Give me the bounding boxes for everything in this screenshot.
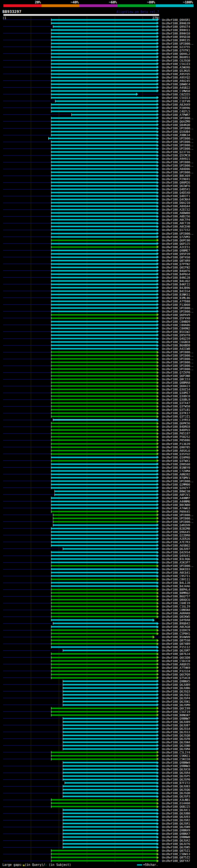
hit-bar[interactable] — [63, 680, 157, 682]
hit-label[interactable]: UniRef100_Q6JSP8 — [162, 737, 190, 741]
hit-bar[interactable] — [63, 724, 157, 726]
alignment-row[interactable]: UniRef100_A0CT20 — [0, 221, 197, 225]
hit-bar[interactable] — [52, 385, 157, 387]
hit-label[interactable]: UniRef100_B4DPU3 — [162, 428, 190, 432]
alignment-row[interactable]: UniRef100_B6KID3 — [0, 567, 197, 571]
hit-bar[interactable] — [52, 758, 157, 760]
hit-label[interactable]: UniRef100_UPI000.. — [162, 164, 194, 167]
hit-bar[interactable] — [52, 365, 157, 366]
hit-bar[interactable] — [52, 206, 157, 207]
alignment-row[interactable]: UniRef100_C9S7I1 — [0, 574, 197, 578]
hit-bar[interactable] — [52, 216, 157, 217]
hit-bar[interactable] — [52, 198, 157, 200]
hit-bar[interactable] — [52, 802, 157, 804]
hit-bar[interactable] — [52, 660, 157, 662]
hit-bar[interactable] — [63, 718, 157, 719]
hit-label[interactable]: UniRef100_A2ECS2 — [162, 208, 190, 211]
hit-bar[interactable] — [52, 582, 157, 584]
hit-label[interactable]: UniRef100_A7TD88 — [162, 300, 190, 303]
hit-bar[interactable] — [52, 317, 157, 319]
hit-bar[interactable] — [52, 233, 157, 234]
alignment-row[interactable]: UniRef100_UPI000.. — [0, 116, 197, 120]
hit-label[interactable]: UniRef100_A7THK9 — [162, 666, 190, 670]
hit-label[interactable]: UniRef100_A9V921 — [162, 157, 190, 160]
hit-bar[interactable] — [52, 670, 157, 672]
hit-bar[interactable] — [63, 819, 157, 821]
hit-bar[interactable] — [52, 602, 157, 604]
hit-label[interactable]: UniRef100_Q9BNX9 — [162, 829, 190, 832]
hit-bar[interactable] — [52, 460, 157, 462]
hit-bar[interactable] — [53, 521, 157, 523]
hit-label[interactable]: UniRef100_B4N128 — [162, 276, 190, 279]
hit-label[interactable]: UniRef100_UPI000.. — [162, 137, 194, 140]
alignment-row[interactable]: UniRef100_A8N392 — [0, 473, 197, 476]
hit-label[interactable]: UniRef100_A2CE51 — [162, 245, 190, 249]
hit-label[interactable]: UniRef100_Q6IWF6 — [162, 184, 190, 188]
alignment-row[interactable]: UniRef100_C5GT19 — [0, 710, 197, 713]
alignment-row[interactable]: UniRef100_Q5CMC8 — [0, 154, 197, 157]
hit-label[interactable]: UniRef100_Q2HZY7 — [162, 486, 190, 490]
hit-label[interactable]: UniRef100_B9H639 — [162, 22, 190, 25]
alignment-row[interactable]: UniRef100_Q6JSN5 — [0, 845, 197, 849]
alignment-row[interactable]: UniRef100_Q6AZM9 — [0, 120, 197, 123]
hit-label[interactable]: UniRef100_Q3TX47 — [162, 401, 190, 405]
hit-label[interactable]: UniRef100_Q6PK56 — [162, 422, 190, 425]
hit-label[interactable]: UniRef100_B9RI35 — [162, 38, 190, 42]
alignment-row[interactable]: UniRef100_B8C469 — [0, 174, 197, 177]
hit-label[interactable]: UniRef100_A9SYQ2 — [162, 76, 190, 79]
hit-bar[interactable] — [52, 436, 157, 438]
hit-bar[interactable] — [52, 267, 157, 268]
hit-bar[interactable] — [52, 94, 136, 95]
hit-bar[interactable] — [52, 528, 157, 529]
alignment-row[interactable]: UniRef100_B3NKS1 — [0, 293, 197, 296]
hit-label[interactable]: UniRef100_UPI000.. — [162, 367, 194, 371]
hit-bar[interactable] — [63, 762, 157, 763]
alignment-row[interactable]: UniRef100_UPI000.. — [0, 520, 197, 523]
hit-bar[interactable] — [52, 507, 157, 509]
alignment-row[interactable]: UniRef100_UPI000.. — [0, 350, 197, 354]
hit-label[interactable]: UniRef100_B8C469 — [162, 174, 190, 177]
hit-label[interactable]: UniRef100_Q6PAV9 — [162, 313, 190, 316]
alignment-row[interactable]: UniRef100_UPI000.. — [0, 513, 197, 517]
alignment-row[interactable]: UniRef100_D0A2I0 — [0, 201, 197, 205]
hit-bar[interactable] — [52, 378, 157, 380]
alignment-row[interactable]: UniRef100_Q8BMA8 — [0, 381, 197, 384]
hit-label[interactable]: UniRef100_Q6JU83 — [162, 784, 190, 788]
hit-bar[interactable] — [52, 416, 157, 417]
hit-bar[interactable] — [63, 691, 157, 692]
alignment-row[interactable]: UniRef100_Q3UDC8 — [0, 395, 197, 398]
hit-bar[interactable] — [52, 504, 157, 505]
alignment-row[interactable]: UniRef100_Q4Q259 — [0, 337, 197, 340]
hit-bar[interactable] — [52, 372, 157, 373]
hit-bar[interactable] — [52, 161, 157, 163]
hit-label[interactable]: UniRef100_C1MWS0 — [162, 89, 190, 93]
hit-bar[interactable] — [52, 619, 153, 621]
alignment-row[interactable]: UniRef100_B9HH11 — [0, 28, 197, 32]
hit-bar[interactable] — [52, 402, 157, 404]
hit-bar[interactable] — [52, 616, 157, 617]
alignment-row[interactable]: UniRef100_Q7XTK1 — [0, 49, 197, 52]
hit-bar[interactable] — [52, 172, 157, 173]
hit-bar[interactable] — [52, 640, 157, 641]
hit-bar[interactable] — [52, 33, 157, 34]
hit-bar[interactable] — [63, 721, 157, 723]
alignment-row[interactable]: UniRef100_Q6JSS4 — [0, 727, 197, 731]
alignment-row[interactable]: UniRef100_Q6JSP5 — [0, 774, 197, 778]
alignment-row[interactable]: UniRef100_UPI000.. — [0, 479, 197, 483]
alignment-row[interactable]: UniRef100_Q1DXC9 — [0, 628, 197, 632]
alignment-row[interactable]: UniRef100_Q4CNX4 — [0, 198, 197, 201]
hit-bar[interactable] — [63, 796, 157, 797]
alignment-row[interactable]: UniRef100_UPI000.. — [0, 354, 197, 357]
hit-label[interactable]: UniRef100_A9U245 — [162, 79, 190, 83]
hit-label[interactable]: UniRef100_UPI000.. — [162, 306, 194, 310]
hit-label[interactable]: UniRef100_Q86M26 — [162, 181, 190, 184]
alignment-row[interactable]: UniRef100_B9Q042 — [0, 622, 197, 625]
hit-bar[interactable] — [63, 823, 157, 824]
hit-bar[interactable] — [52, 287, 157, 288]
hit-bar[interactable] — [52, 711, 157, 713]
hit-bar[interactable] — [52, 674, 157, 675]
hit-label[interactable]: UniRef100_Q7PTN2 — [162, 262, 190, 266]
hit-bar[interactable] — [52, 555, 157, 556]
hit-label[interactable]: UniRef100_UPI000.. — [162, 160, 194, 164]
hit-label[interactable]: UniRef100_A2WUX6 — [162, 66, 190, 69]
